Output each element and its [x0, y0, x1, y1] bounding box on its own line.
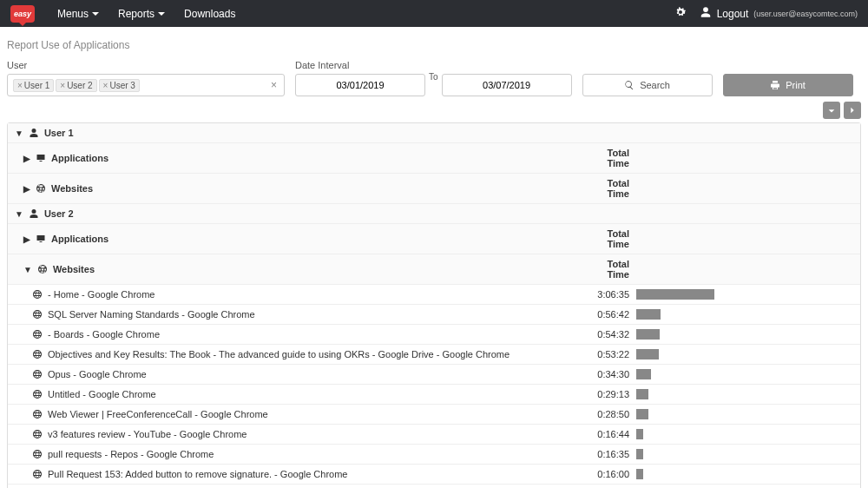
row-title: Untitled - Google Chrome: [48, 389, 156, 399]
navbar-left: easy Menus Reports Downloads: [10, 4, 242, 23]
table-row[interactable]: Objectives and Key Results: The Book - T…: [8, 345, 860, 365]
row-bar: [636, 329, 660, 340]
table-row[interactable]: Web Viewer | FreeConferenceCall - Google…: [8, 405, 860, 425]
gear-icon[interactable]: [674, 5, 687, 22]
caret-icon: [158, 12, 165, 16]
date-filter: Date Interval To: [295, 60, 572, 96]
row-title: Web Viewer | FreeConferenceCall - Google…: [48, 409, 268, 419]
nav-menus[interactable]: Menus: [50, 4, 106, 23]
table-row[interactable]: - Home - Google Chrome 3:06:35: [8, 285, 860, 305]
navbar: easy Menus Reports Downloads Logout (use…: [0, 0, 868, 27]
logout-link[interactable]: Logout (user.user@easycomtec.com): [700, 6, 858, 21]
date-from-input[interactable]: [295, 74, 425, 96]
globe-icon: [37, 264, 48, 274]
chevron-right-icon: ▶: [23, 184, 30, 194]
clear-all-icon[interactable]: ×: [271, 79, 277, 91]
row-time: 0:16:44: [584, 429, 636, 439]
browser-icon: [32, 289, 43, 300]
category-row[interactable]: ▶ Websites Total Time: [8, 174, 860, 204]
category-label: Applications: [51, 153, 108, 163]
row-title: - Boards - Google Chrome: [48, 329, 160, 340]
logo-text: easy: [14, 10, 31, 18]
chip-remove-icon[interactable]: ×: [60, 81, 65, 90]
row-time: 0:53:22: [584, 349, 636, 359]
row-title: Pull Request 153: Added button to remove…: [48, 469, 348, 479]
table-row[interactable]: - Boards - Google Chrome 0:54:32: [8, 325, 860, 345]
browser-icon: [32, 329, 43, 340]
search-button[interactable]: Search: [582, 74, 713, 96]
logout-user: (user.user@easycomtec.com): [753, 10, 858, 18]
browser-icon: [32, 369, 43, 379]
chip-label: User 2: [67, 81, 92, 90]
table-row[interactable]: SQL Server Naming Standards - Google Chr…: [8, 305, 860, 325]
row-bar: [636, 309, 661, 320]
nav-reports[interactable]: Reports: [111, 4, 172, 23]
user-group-label: User 2: [44, 208, 74, 219]
arrow-down-icon: [827, 106, 836, 115]
browser-icon: [32, 389, 43, 399]
total-time-header: Total Time: [584, 228, 636, 249]
collapse-all-button[interactable]: [823, 102, 840, 119]
nav-downloads[interactable]: Downloads: [177, 4, 242, 23]
globe-icon: [36, 183, 46, 194]
navbar-right: Logout (user.user@easycomtec.com): [674, 5, 858, 22]
user-group-label: User 1: [44, 128, 74, 138]
table-row[interactable]: Opus - Google Chrome 0:34:30: [8, 365, 860, 385]
arrow-right-icon: [848, 106, 857, 115]
chip-label: User 3: [109, 81, 135, 90]
row-time: 0:16:35: [584, 449, 636, 459]
chip-remove-icon[interactable]: ×: [103, 81, 108, 90]
user-group-row[interactable]: ▼ User 2: [8, 204, 860, 224]
user-icon: [29, 128, 39, 138]
print-icon: [770, 80, 780, 90]
user-filter: User ×User 1 ×User 2 ×User 3 ×: [7, 60, 285, 96]
to-label: To: [429, 72, 438, 82]
table-row[interactable]: Pull Request 211: Changed discharge inst…: [8, 485, 860, 488]
expand-all-button[interactable]: [844, 102, 861, 119]
chip-remove-icon[interactable]: ×: [17, 81, 23, 90]
row-time: 0:16:00: [584, 469, 636, 479]
user-chip[interactable]: ×User 2: [56, 79, 96, 92]
browser-icon: [32, 469, 43, 479]
row-time: 0:56:42: [584, 309, 636, 320]
nav-downloads-label: Downloads: [184, 8, 235, 20]
filters-row: User ×User 1 ×User 2 ×User 3 × Date Inte…: [7, 60, 861, 96]
row-bar: [636, 409, 648, 419]
print-button[interactable]: Print: [723, 74, 853, 96]
table-row[interactable]: v3 features review - YouTube - Google Ch…: [8, 425, 860, 445]
table-row[interactable]: Pull Request 153: Added button to remove…: [8, 465, 860, 485]
user-group-row[interactable]: ▼ User 1: [8, 123, 860, 143]
row-title: v3 features review - YouTube - Google Ch…: [48, 429, 247, 439]
search-icon: [624, 80, 635, 90]
logo[interactable]: easy: [10, 5, 35, 23]
total-time-header: Total Time: [584, 148, 636, 168]
report-table: ▼ User 1 ▶ Applications Total Time ▶ Web…: [7, 122, 861, 488]
row-title: - Home - Google Chrome: [48, 289, 155, 300]
category-row[interactable]: ▶ Applications Total Time: [8, 143, 860, 174]
date-label: Date Interval: [295, 60, 572, 70]
row-time: 0:28:50: [584, 409, 636, 419]
category-row[interactable]: ▶ Applications Total Time: [8, 224, 860, 254]
row-title: SQL Server Naming Standards - Google Chr…: [48, 309, 255, 320]
search-label: Search: [640, 80, 670, 90]
browser-icon: [32, 429, 43, 439]
row-time: 3:06:35: [584, 289, 636, 300]
row-bar: [636, 449, 643, 459]
table-row[interactable]: Untitled - Google Chrome 0:29:13: [8, 385, 860, 405]
category-label: Websites: [53, 264, 95, 274]
page-title: Report Use of Applications: [7, 34, 861, 60]
table-row[interactable]: pull requests - Repos - Google Chrome 0:…: [8, 445, 860, 465]
browser-icon: [32, 409, 43, 419]
date-to-input[interactable]: [442, 74, 572, 96]
browser-icon: [32, 349, 43, 359]
category-row[interactable]: ▼ Websites Total Time: [8, 254, 860, 285]
user-chip[interactable]: ×User 3: [99, 79, 140, 92]
user-chip[interactable]: ×User 1: [13, 79, 54, 92]
print-label: Print: [786, 80, 806, 90]
row-title: pull requests - Repos - Google Chrome: [48, 449, 214, 459]
user-input[interactable]: ×User 1 ×User 2 ×User 3 ×: [7, 74, 285, 96]
row-bar: [636, 389, 648, 399]
row-time: 0:34:30: [584, 369, 636, 379]
chevron-down-icon: ▼: [23, 265, 32, 274]
row-bar: [636, 369, 651, 379]
